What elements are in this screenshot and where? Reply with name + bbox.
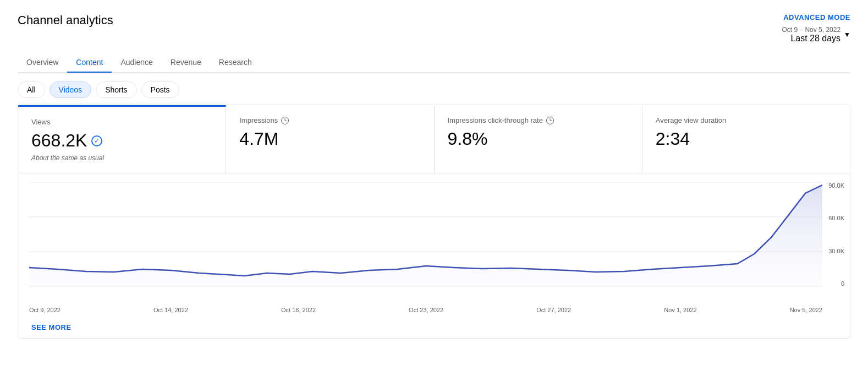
page-title: Channel analytics bbox=[18, 13, 113, 28]
chart-x-labels: Oct 9, 2022 Oct 14, 2022 Oct 18, 2022 Oc… bbox=[18, 303, 850, 317]
metric-card-impressions[interactable]: Impressions 4.7M bbox=[226, 105, 434, 173]
filter-tabs: All Videos Shorts Posts bbox=[18, 73, 850, 105]
chevron-down-icon: ▼ bbox=[844, 31, 850, 39]
metric-label-avg-duration: Average view duration bbox=[656, 116, 837, 124]
tab-content[interactable]: Content bbox=[67, 52, 112, 72]
metric-card-ctr[interactable]: Impressions click-through rate 9.8% bbox=[435, 105, 642, 173]
tab-audience[interactable]: Audience bbox=[112, 52, 161, 72]
metric-value-ctr: 9.8% bbox=[448, 129, 629, 149]
chart-svg bbox=[29, 182, 822, 287]
filter-tab-videos[interactable]: Videos bbox=[50, 81, 92, 98]
metric-label-views: Views bbox=[31, 118, 212, 126]
x-label-6: Nov 5, 2022 bbox=[790, 307, 822, 313]
x-label-0: Oct 9, 2022 bbox=[29, 307, 61, 313]
chart-section: 90.0K 60.0K 30.0K 0 Oct 9, 2022 Oct 14, … bbox=[18, 173, 850, 339]
clock-icon-impressions bbox=[281, 117, 289, 124]
metric-sub-views: About the same as usual bbox=[31, 154, 212, 162]
metric-label-impressions: Impressions bbox=[239, 116, 420, 124]
header-row: Channel analytics ADVANCED MODE Oct 9 – … bbox=[18, 13, 850, 43]
check-icon: ✓ bbox=[91, 135, 102, 146]
tab-overview[interactable]: Overview bbox=[18, 52, 67, 72]
filter-tab-posts[interactable]: Posts bbox=[141, 81, 179, 98]
advanced-mode-button[interactable]: ADVANCED MODE bbox=[783, 13, 850, 21]
date-range-value: Last 28 days bbox=[790, 34, 840, 43]
y-label-0: 0 bbox=[841, 280, 844, 287]
see-more-button[interactable]: SEE MORE bbox=[18, 317, 85, 338]
y-label-90k: 90.0K bbox=[828, 182, 844, 189]
top-right-area: ADVANCED MODE Oct 9 – Nov 5, 2022 Last 2… bbox=[782, 13, 850, 43]
date-range-info: Oct 9 – Nov 5, 2022 Last 28 days bbox=[782, 26, 840, 43]
metric-card-avg-duration[interactable]: Average view duration 2:34 bbox=[642, 105, 850, 173]
x-label-1: Oct 14, 2022 bbox=[153, 307, 188, 313]
metric-label-ctr: Impressions click-through rate bbox=[448, 116, 629, 124]
x-label-4: Oct 27, 2022 bbox=[536, 307, 571, 313]
metrics-container: Views 668.2K ✓ About the same as usual I… bbox=[18, 105, 850, 173]
date-range-container[interactable]: Oct 9 – Nov 5, 2022 Last 28 days ▼ bbox=[782, 26, 850, 43]
x-label-2: Oct 18, 2022 bbox=[281, 307, 316, 313]
x-label-3: Oct 23, 2022 bbox=[409, 307, 443, 313]
tab-revenue[interactable]: Revenue bbox=[162, 52, 210, 72]
y-label-60k: 60.0K bbox=[828, 215, 844, 221]
date-range-label: Oct 9 – Nov 5, 2022 bbox=[782, 26, 840, 34]
y-label-30k: 30.0K bbox=[828, 248, 844, 254]
chart-wrapper: 90.0K 60.0K 30.0K 0 bbox=[18, 182, 850, 303]
chart-y-labels: 90.0K 60.0K 30.0K 0 bbox=[828, 182, 844, 287]
filter-tab-all[interactable]: All bbox=[18, 81, 45, 98]
metric-value-avg-duration: 2:34 bbox=[656, 129, 837, 149]
tab-research[interactable]: Research bbox=[210, 52, 261, 72]
metric-value-impressions: 4.7M bbox=[239, 129, 420, 149]
x-label-5: Nov 1, 2022 bbox=[664, 307, 696, 313]
clock-icon-ctr bbox=[546, 117, 554, 124]
filter-tab-shorts[interactable]: Shorts bbox=[96, 81, 136, 98]
page-container: Channel analytics ADVANCED MODE Oct 9 – … bbox=[0, 0, 868, 392]
metric-value-views: 668.2K ✓ bbox=[31, 130, 212, 151]
nav-tabs: Overview Content Audience Revenue Resear… bbox=[18, 52, 850, 73]
metric-card-views[interactable]: Views 668.2K ✓ About the same as usual bbox=[18, 105, 226, 173]
